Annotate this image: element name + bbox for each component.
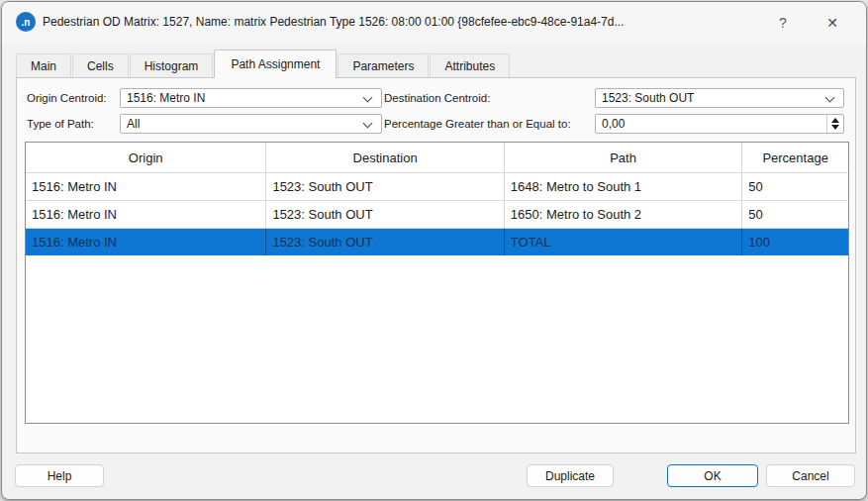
cell-percentage[interactable]: 50 (742, 173, 848, 200)
dialog-window: .n Pedestrian OD Matrix: 1527, Name: mat… (1, 1, 867, 500)
ok-button[interactable]: OK (667, 464, 758, 487)
spinner-arrows (826, 115, 843, 133)
app-logo-icon: .n (16, 12, 36, 32)
table-header-row: Origin Destination Path Percentage (26, 143, 848, 172)
origin-centroid-value: 1516: Metro IN (127, 91, 205, 105)
cell-origin[interactable]: 1516: Metro IN (26, 201, 266, 228)
tab-main[interactable]: Main (16, 53, 71, 77)
cell-origin[interactable]: 1516: Metro IN (26, 173, 266, 200)
tab-histogram[interactable]: Histogram (130, 53, 214, 77)
table-row-selected[interactable]: 1516: Metro IN 1523: South OUT TOTAL 100 (26, 228, 848, 255)
cancel-button[interactable]: Cancel (766, 464, 855, 487)
column-header-path[interactable]: Path (505, 143, 742, 172)
window-title: Pedestrian OD Matrix: 1527, Name: matrix… (43, 2, 624, 42)
tab-cells[interactable]: Cells (72, 53, 129, 77)
window-help-button[interactable]: ? (766, 10, 800, 36)
title-bar: .n Pedestrian OD Matrix: 1527, Name: mat… (2, 2, 866, 46)
cell-destination[interactable]: 1523: South OUT (266, 201, 504, 228)
origin-centroid-select[interactable]: 1516: Metro IN (120, 88, 382, 108)
percentage-threshold-spinbox[interactable] (595, 114, 844, 134)
cell-destination[interactable]: 1523: South OUT (266, 229, 504, 255)
type-of-path-label: Type of Path: (27, 114, 94, 134)
cell-percentage[interactable]: 50 (742, 201, 848, 228)
cell-percentage[interactable]: 100 (742, 229, 848, 255)
origin-centroid-label: Origin Centroid: (27, 88, 107, 108)
destination-centroid-select[interactable]: 1523: South OUT (595, 88, 844, 108)
spin-down-icon[interactable] (831, 125, 839, 130)
cell-path[interactable]: 1648: Metro to South 1 (505, 173, 742, 200)
column-header-origin[interactable]: Origin (26, 143, 266, 172)
duplicate-button[interactable]: Duplicate (527, 464, 614, 487)
type-of-path-value: All (127, 117, 140, 131)
chevron-down-icon (825, 93, 835, 103)
cell-path[interactable]: 1650: Metro to South 2 (505, 201, 742, 228)
destination-centroid-value: 1523: South OUT (602, 91, 694, 105)
window-close-button[interactable]: ✕ (812, 10, 853, 36)
paths-table: Origin Destination Path Percentage 1516:… (25, 142, 849, 424)
chevron-down-icon (363, 119, 373, 129)
cell-origin[interactable]: 1516: Metro IN (26, 229, 266, 255)
table-row[interactable]: 1516: Metro IN 1523: South OUT 1650: Met… (26, 200, 848, 228)
cell-path[interactable]: TOTAL (505, 229, 742, 255)
table-row[interactable]: 1516: Metro IN 1523: South OUT 1648: Met… (26, 172, 848, 200)
tab-attributes[interactable]: Attributes (430, 53, 510, 77)
tab-bar: Main Cells Histogram Path Assignment Par… (16, 50, 511, 77)
column-header-percentage[interactable]: Percentage (742, 143, 848, 172)
tab-parameters[interactable]: Parameters (338, 53, 429, 77)
tab-path-assignment[interactable]: Path Assignment (214, 50, 337, 78)
help-button[interactable]: Help (15, 464, 104, 487)
path-assignment-pane: Origin Centroid: 1516: Metro IN Destinat… (16, 77, 856, 453)
percentage-threshold-label: Percentage Greater than or Equal to: (384, 114, 571, 134)
column-header-destination[interactable]: Destination (266, 143, 504, 172)
percentage-threshold-input[interactable] (596, 115, 825, 133)
cell-destination[interactable]: 1523: South OUT (266, 173, 504, 200)
chevron-down-icon (363, 93, 373, 103)
destination-centroid-label: Destination Centroid: (384, 88, 490, 108)
type-of-path-select[interactable]: All (120, 114, 382, 134)
spin-up-icon[interactable] (831, 118, 839, 123)
